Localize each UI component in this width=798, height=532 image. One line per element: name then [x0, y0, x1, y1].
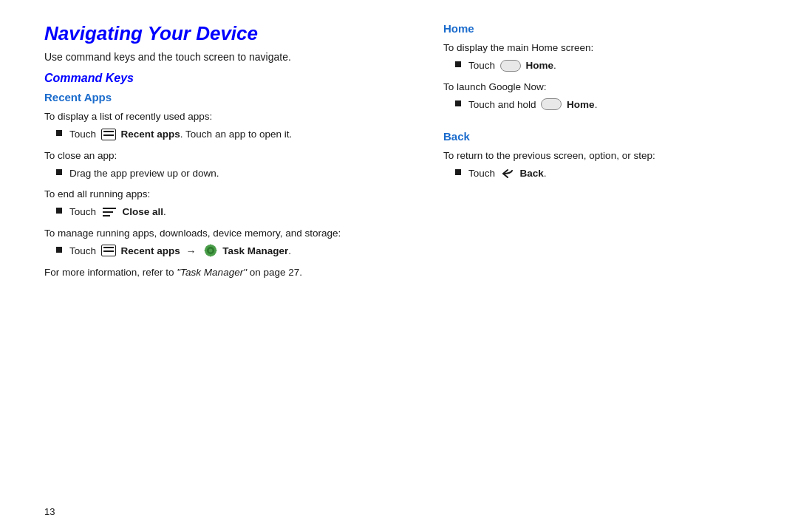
touch-label-back: Touch — [468, 168, 495, 179]
bullet-drag: Drag the app preview up or down. — [44, 166, 399, 181]
page-number: 13 — [44, 506, 55, 517]
bullet-square-icon — [56, 130, 62, 136]
bullet-recent-apps-open: Touch Recent apps. Touch an app to open … — [44, 127, 399, 142]
close-app-text: To close an app: — [44, 149, 399, 163]
bullet-square-icon-3 — [56, 208, 62, 214]
recent-apps-bold: Recent apps — [121, 129, 180, 140]
home-bold-2: Home — [567, 99, 595, 110]
home-bold-1: Home — [526, 60, 554, 71]
task-manager-bold: Task Manager — [222, 245, 288, 256]
close-all-bold: Close all — [123, 206, 164, 217]
bullet-square-back — [455, 169, 461, 175]
svg-point-5 — [209, 249, 213, 253]
recent-apps-bold-2: Recent apps — [121, 245, 180, 256]
display-home-text: To display the main Home screen: — [443, 41, 754, 55]
end-all-text: To end all running apps: — [44, 187, 399, 202]
task-manager-bullet-text: Touch Recent apps → — [69, 244, 291, 259]
back-icon — [500, 168, 515, 180]
bullet-back-touch: Touch Back. — [443, 166, 754, 181]
bullet-home-hold: Touch and hold Home. — [443, 98, 754, 112]
command-keys-heading: Command Keys — [44, 72, 399, 85]
home-button-icon-1 — [500, 60, 521, 72]
task-manager-ref-italic: "Task Manager" — [177, 267, 247, 278]
home-touch-text: Touch Home. — [468, 58, 556, 73]
content-area: Navigating Your Device Use command keys … — [44, 22, 754, 510]
bullet-close-all: Touch Close all. — [44, 205, 399, 219]
bullet-recent-apps-text: Touch Recent apps. Touch an app to open … — [69, 127, 292, 142]
bullet-square-icon-4 — [56, 247, 62, 253]
left-column: Navigating Your Device Use command keys … — [44, 22, 399, 510]
svg-rect-8 — [205, 250, 207, 251]
bullet-square-icon-2 — [56, 169, 62, 175]
close-all-icon — [101, 206, 117, 218]
touch-label-1: Touch — [69, 129, 96, 140]
bullet-task-manager: Touch Recent apps → — [44, 244, 399, 259]
bullet-square-home-1 — [455, 61, 461, 67]
close-all-bullet-text: Touch Close all. — [69, 205, 166, 219]
bullet-square-home-2 — [455, 100, 461, 106]
touch-label-home-1: Touch — [468, 60, 495, 71]
return-previous-text: To return to the previous screen, option… — [443, 149, 754, 163]
svg-rect-7 — [210, 255, 211, 257]
recent-apps-icon-2 — [101, 245, 116, 256]
svg-rect-9 — [215, 250, 217, 251]
bullet-home-touch: Touch Home. — [443, 58, 754, 73]
task-manager-ref: For more information, refer to "Task Man… — [44, 265, 399, 280]
touch-open-text: . Touch an app to open it. — [180, 129, 292, 140]
svg-rect-6 — [210, 245, 211, 247]
back-touch-text: Touch Back. — [468, 166, 547, 181]
manage-running-text: To manage running apps, downloads, devic… — [44, 226, 399, 241]
task-manager-icon — [204, 244, 217, 257]
touch-label-2: Touch — [69, 206, 96, 217]
display-list-text: To display a list of recently used apps: — [44, 109, 399, 124]
home-button-icon-2 — [541, 98, 562, 110]
intro-text: Use command keys and the touch screen to… — [44, 51, 399, 63]
home-hold-text: Touch and hold Home. — [468, 98, 597, 112]
back-bold: Back — [520, 168, 544, 179]
arrow-icon: → — [186, 244, 197, 259]
touch-label-3: Touch — [69, 245, 96, 256]
page-title: Navigating Your Device — [44, 22, 399, 45]
back-heading: Back — [443, 130, 754, 143]
page-container: Navigating Your Device Use command keys … — [0, 0, 798, 532]
recent-apps-heading: Recent Apps — [44, 91, 399, 103]
home-heading: Home — [443, 22, 754, 35]
touch-and-hold-label: Touch and hold — [468, 99, 536, 110]
drag-text: Drag the app preview up or down. — [69, 166, 219, 181]
launch-google-text: To launch Google Now: — [443, 80, 754, 95]
right-column: Home To display the main Home screen: To… — [443, 22, 754, 510]
recent-apps-icon — [101, 129, 116, 140]
